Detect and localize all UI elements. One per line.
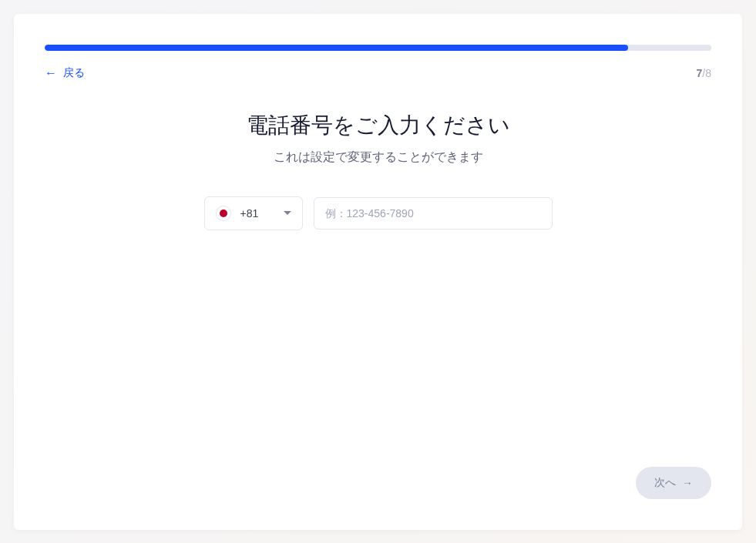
back-button[interactable]: ← 戻る — [45, 66, 85, 80]
country-code-label: +81 — [240, 207, 274, 220]
header-row: ← 戻る 7/8 — [45, 66, 711, 80]
chevron-down-icon — [284, 211, 291, 215]
page-subtitle: これは設定で変更することができます — [274, 149, 483, 166]
arrow-left-icon: ← — [45, 67, 57, 79]
onboarding-card: ← 戻る 7/8 電話番号をご入力ください これは設定で変更することができます … — [14, 14, 742, 530]
phone-input-row: +81 — [204, 196, 553, 230]
next-button[interactable]: 次へ → — [636, 467, 711, 499]
progress-fill — [45, 45, 628, 51]
arrow-right-icon: → — [682, 477, 693, 489]
phone-number-input[interactable] — [314, 197, 553, 230]
progress-bar — [45, 45, 711, 51]
back-label: 戻る — [63, 66, 85, 80]
step-indicator: 7/8 — [697, 67, 711, 79]
next-label: 次へ — [654, 476, 676, 490]
page-title: 電話番号をご入力ください — [247, 111, 510, 140]
content-area: 電話番号をご入力ください これは設定で変更することができます +81 — [45, 111, 711, 230]
step-total: 8 — [705, 67, 711, 79]
country-code-selector[interactable]: +81 — [204, 196, 303, 230]
japan-flag-icon — [216, 206, 231, 221]
